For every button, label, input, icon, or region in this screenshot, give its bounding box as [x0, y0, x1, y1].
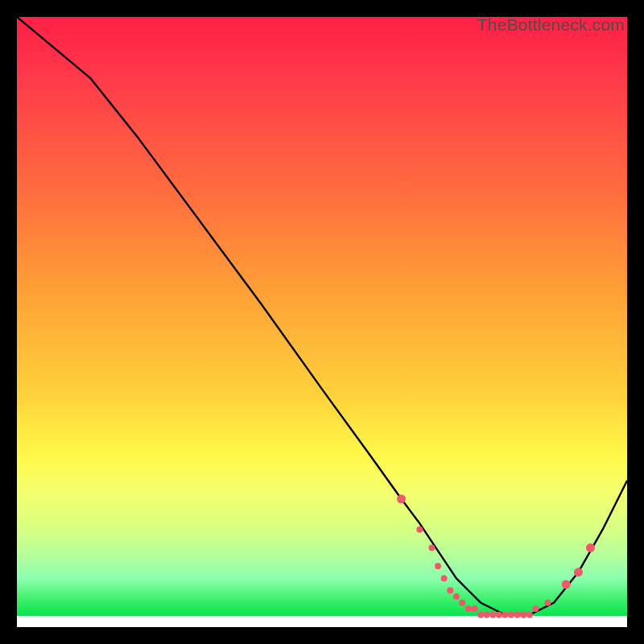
chart-marker: [489, 612, 496, 618]
chart-marker: [459, 600, 465, 606]
chart-marker: [453, 593, 460, 600]
chart-marker: [532, 605, 539, 612]
chart-marker: [586, 543, 595, 552]
chart-marker: [496, 612, 502, 618]
chart-marker: [465, 605, 472, 612]
chart-marker: [545, 600, 551, 606]
chart-marker: [508, 612, 514, 618]
chart-markers: [397, 494, 595, 618]
chart-marker: [428, 545, 435, 551]
chart-marker: [514, 612, 521, 618]
chart-marker: [574, 568, 583, 576]
chart-marker: [472, 605, 478, 612]
chart-marker: [435, 563, 441, 569]
chart-marker: [447, 588, 453, 594]
chart-curve: [17, 17, 627, 615]
chart-marker: [441, 575, 448, 581]
chart-marker: [502, 612, 508, 618]
chart-marker: [397, 494, 406, 503]
chart-marker: [416, 526, 423, 533]
chart-marker: [562, 580, 571, 588]
chart-frame: TheBottleneck.com: [17, 17, 627, 627]
chart-marker: [526, 612, 533, 618]
chart-plot: [17, 17, 627, 627]
chart-marker: [484, 612, 490, 618]
chart-marker: [477, 612, 484, 618]
chart-marker: [520, 612, 526, 618]
